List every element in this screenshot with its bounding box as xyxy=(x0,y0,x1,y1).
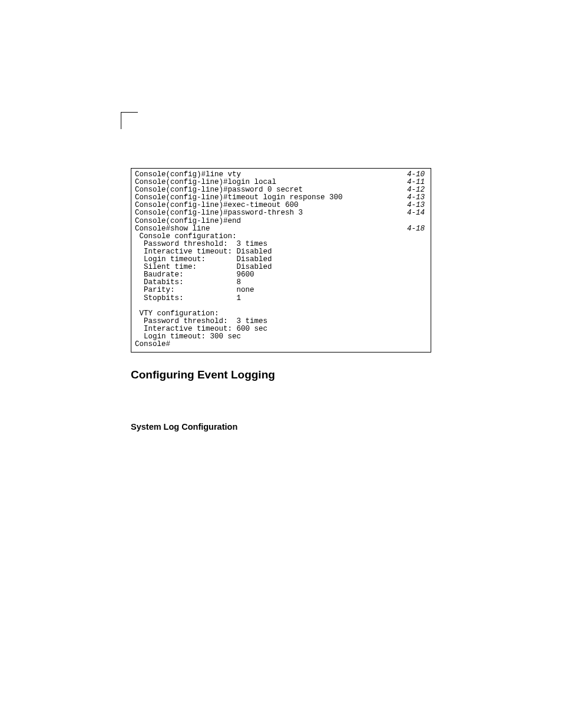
terminal-output-box: Console(config)#line vty4-10Console(conf… xyxy=(131,168,431,353)
terminal-command-text: Console configuration: xyxy=(135,233,237,241)
terminal-command-text: VTY configuration: xyxy=(135,310,219,318)
terminal-line: Password threshold: 3 times xyxy=(135,241,427,248)
subsection-heading: System Log Configuration xyxy=(131,422,237,431)
terminal-command-text: Interactive timeout: 600 sec xyxy=(135,325,267,333)
terminal-command-text: Parity: none xyxy=(135,286,254,294)
terminal-line: Password threshold: 3 times xyxy=(135,318,427,325)
terminal-line: Parity: none xyxy=(135,286,427,294)
terminal-line: Console configuration: xyxy=(135,233,427,241)
page-reference: 4-18 xyxy=(407,225,427,233)
terminal-line: Login timeout: 300 sec xyxy=(135,333,427,341)
terminal-line: Console(config-line)#end xyxy=(135,218,427,225)
crop-mark xyxy=(121,112,138,129)
terminal-line: VTY configuration: xyxy=(135,310,427,318)
terminal-command-text: Password threshold: 3 times xyxy=(135,318,267,325)
terminal-line xyxy=(135,302,427,310)
terminal-command-text: Console(config-line)#password-thresh 3 xyxy=(135,209,303,217)
terminal-line: Stopbits: 1 xyxy=(135,295,427,302)
terminal-command-text: Stopbits: 1 xyxy=(135,295,241,302)
terminal-command-text: Console# xyxy=(135,341,170,348)
section-heading: Configuring Event Logging xyxy=(131,368,275,381)
terminal-line: Console(config-line)#password-thresh 34-… xyxy=(135,209,427,217)
terminal-line: Console# xyxy=(135,341,427,348)
terminal-command-text: Password threshold: 3 times xyxy=(135,241,267,248)
terminal-command-text: Console#show line xyxy=(135,225,210,233)
page-reference: 4-14 xyxy=(407,209,427,217)
terminal-line: Interactive timeout: 600 sec xyxy=(135,325,427,333)
terminal-command-text xyxy=(135,302,140,310)
terminal-command-text: Console(config-line)#end xyxy=(135,218,241,225)
terminal-line: Console#show line4-18 xyxy=(135,225,427,233)
